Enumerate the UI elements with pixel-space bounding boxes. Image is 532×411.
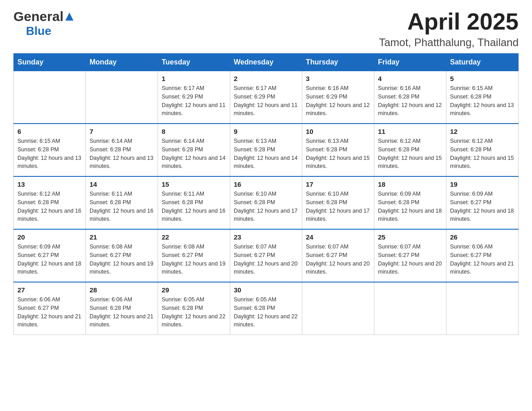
day-number: 2 bbox=[234, 75, 298, 82]
day-number: 21 bbox=[90, 233, 154, 241]
header: General Blue April 2025 Tamot, Phatthalu… bbox=[13, 9, 519, 49]
day-number: 16 bbox=[234, 180, 298, 188]
calendar-cell: 24Sunrise: 6:07 AMSunset: 6:27 PMDayligh… bbox=[302, 229, 374, 282]
day-of-week-thursday: Thursday bbox=[302, 54, 374, 71]
day-detail: Sunrise: 6:08 AMSunset: 6:27 PMDaylight:… bbox=[90, 243, 154, 276]
day-detail: Sunrise: 6:05 AMSunset: 6:28 PMDaylight:… bbox=[234, 295, 298, 329]
calendar-cell: 25Sunrise: 6:07 AMSunset: 6:27 PMDayligh… bbox=[374, 229, 446, 282]
calendar-week-4: 20Sunrise: 6:09 AMSunset: 6:27 PMDayligh… bbox=[14, 229, 519, 282]
day-detail: Sunrise: 6:09 AMSunset: 6:28 PMDaylight:… bbox=[378, 190, 442, 223]
calendar-cell: 9Sunrise: 6:13 AMSunset: 6:28 PMDaylight… bbox=[230, 124, 302, 176]
calendar-cell: 4Sunrise: 6:16 AMSunset: 6:28 PMDaylight… bbox=[374, 71, 446, 124]
day-of-week-wednesday: Wednesday bbox=[230, 54, 302, 71]
day-detail: Sunrise: 6:06 AMSunset: 6:27 PMDaylight:… bbox=[17, 295, 82, 329]
day-detail: Sunrise: 6:06 AMSunset: 6:27 PMDaylight:… bbox=[450, 243, 515, 276]
calendar-cell: 27Sunrise: 6:06 AMSunset: 6:27 PMDayligh… bbox=[14, 282, 86, 335]
calendar-body: 1Sunrise: 6:17 AMSunset: 6:29 PMDaylight… bbox=[14, 71, 519, 335]
day-of-week-tuesday: Tuesday bbox=[158, 54, 230, 71]
day-number: 12 bbox=[450, 128, 515, 135]
calendar-cell: 2Sunrise: 6:17 AMSunset: 6:29 PMDaylight… bbox=[230, 71, 302, 124]
calendar-cell: 21Sunrise: 6:08 AMSunset: 6:27 PMDayligh… bbox=[86, 229, 158, 282]
day-detail: Sunrise: 6:10 AMSunset: 6:28 PMDaylight:… bbox=[234, 190, 298, 223]
day-number: 7 bbox=[90, 128, 154, 135]
calendar-cell: 22Sunrise: 6:08 AMSunset: 6:27 PMDayligh… bbox=[158, 229, 230, 282]
day-detail: Sunrise: 6:09 AMSunset: 6:27 PMDaylight:… bbox=[450, 190, 515, 223]
day-number: 15 bbox=[162, 180, 226, 188]
day-number: 22 bbox=[162, 233, 226, 241]
logo: General Blue bbox=[13, 9, 73, 38]
day-of-week-saturday: Saturday bbox=[446, 54, 519, 71]
logo-general-text: General bbox=[13, 9, 64, 24]
day-detail: Sunrise: 6:16 AMSunset: 6:29 PMDaylight:… bbox=[306, 84, 370, 118]
day-detail: Sunrise: 6:16 AMSunset: 6:28 PMDaylight:… bbox=[378, 84, 442, 118]
day-detail: Sunrise: 6:12 AMSunset: 6:28 PMDaylight:… bbox=[450, 137, 515, 171]
calendar-cell: 23Sunrise: 6:07 AMSunset: 6:27 PMDayligh… bbox=[230, 229, 302, 282]
day-number: 8 bbox=[162, 128, 226, 135]
calendar-cell: 10Sunrise: 6:13 AMSunset: 6:28 PMDayligh… bbox=[302, 124, 374, 176]
day-number: 26 bbox=[450, 233, 515, 241]
day-number: 24 bbox=[306, 233, 370, 241]
day-of-week-friday: Friday bbox=[374, 54, 446, 71]
day-header-row: SundayMondayTuesdayWednesdayThursdayFrid… bbox=[14, 54, 519, 71]
day-of-week-monday: Monday bbox=[86, 54, 158, 71]
day-detail: Sunrise: 6:08 AMSunset: 6:27 PMDaylight:… bbox=[162, 243, 226, 276]
day-detail: Sunrise: 6:10 AMSunset: 6:28 PMDaylight:… bbox=[306, 190, 370, 223]
calendar-cell: 16Sunrise: 6:10 AMSunset: 6:28 PMDayligh… bbox=[230, 176, 302, 229]
day-detail: Sunrise: 6:17 AMSunset: 6:29 PMDaylight:… bbox=[162, 84, 226, 118]
day-number: 14 bbox=[90, 180, 154, 188]
day-detail: Sunrise: 6:14 AMSunset: 6:28 PMDaylight:… bbox=[90, 137, 154, 171]
logo-triangle-icon bbox=[65, 13, 73, 22]
day-detail: Sunrise: 6:11 AMSunset: 6:28 PMDaylight:… bbox=[162, 190, 226, 223]
calendar-week-1: 1Sunrise: 6:17 AMSunset: 6:29 PMDaylight… bbox=[14, 71, 519, 124]
calendar-cell: 19Sunrise: 6:09 AMSunset: 6:27 PMDayligh… bbox=[446, 176, 519, 229]
day-number: 4 bbox=[378, 75, 442, 82]
calendar-cell: 20Sunrise: 6:09 AMSunset: 6:27 PMDayligh… bbox=[14, 229, 86, 282]
calendar-cell bbox=[86, 71, 158, 124]
calendar-cell: 6Sunrise: 6:15 AMSunset: 6:28 PMDaylight… bbox=[14, 124, 86, 176]
day-detail: Sunrise: 6:07 AMSunset: 6:27 PMDaylight:… bbox=[306, 243, 370, 276]
calendar-cell bbox=[302, 282, 374, 335]
day-number: 19 bbox=[450, 180, 515, 188]
day-detail: Sunrise: 6:17 AMSunset: 6:29 PMDaylight:… bbox=[234, 84, 298, 118]
day-detail: Sunrise: 6:12 AMSunset: 6:28 PMDaylight:… bbox=[17, 190, 82, 223]
day-detail: Sunrise: 6:13 AMSunset: 6:28 PMDaylight:… bbox=[306, 137, 370, 171]
day-detail: Sunrise: 6:11 AMSunset: 6:28 PMDaylight:… bbox=[90, 190, 154, 223]
day-detail: Sunrise: 6:12 AMSunset: 6:28 PMDaylight:… bbox=[378, 137, 442, 171]
title-block: April 2025 Tamot, Phatthalung, Thailand bbox=[379, 9, 519, 49]
day-detail: Sunrise: 6:06 AMSunset: 6:28 PMDaylight:… bbox=[90, 295, 154, 329]
calendar-cell: 7Sunrise: 6:14 AMSunset: 6:28 PMDaylight… bbox=[86, 124, 158, 176]
day-detail: Sunrise: 6:13 AMSunset: 6:28 PMDaylight:… bbox=[234, 137, 298, 171]
svg-marker-0 bbox=[65, 13, 73, 21]
calendar-week-5: 27Sunrise: 6:06 AMSunset: 6:27 PMDayligh… bbox=[14, 282, 519, 335]
day-number: 17 bbox=[306, 180, 370, 188]
day-detail: Sunrise: 6:14 AMSunset: 6:28 PMDaylight:… bbox=[162, 137, 226, 171]
day-number: 30 bbox=[234, 286, 298, 294]
calendar-cell: 14Sunrise: 6:11 AMSunset: 6:28 PMDayligh… bbox=[86, 176, 158, 229]
calendar-cell bbox=[14, 71, 86, 124]
calendar-header: SundayMondayTuesdayWednesdayThursdayFrid… bbox=[14, 54, 519, 71]
calendar-cell bbox=[446, 282, 519, 335]
day-of-week-sunday: Sunday bbox=[14, 54, 86, 71]
day-detail: Sunrise: 6:05 AMSunset: 6:28 PMDaylight:… bbox=[162, 295, 226, 329]
day-number: 18 bbox=[378, 180, 442, 188]
calendar-cell: 5Sunrise: 6:15 AMSunset: 6:28 PMDaylight… bbox=[446, 71, 519, 124]
day-detail: Sunrise: 6:07 AMSunset: 6:27 PMDaylight:… bbox=[378, 243, 442, 276]
calendar-cell: 12Sunrise: 6:12 AMSunset: 6:28 PMDayligh… bbox=[446, 124, 519, 176]
calendar-week-2: 6Sunrise: 6:15 AMSunset: 6:28 PMDaylight… bbox=[14, 124, 519, 176]
day-detail: Sunrise: 6:07 AMSunset: 6:27 PMDaylight:… bbox=[234, 243, 298, 276]
calendar-cell: 29Sunrise: 6:05 AMSunset: 6:28 PMDayligh… bbox=[158, 282, 230, 335]
day-number: 29 bbox=[162, 286, 226, 294]
day-number: 1 bbox=[162, 75, 226, 82]
day-number: 9 bbox=[234, 128, 298, 135]
logo-blue-text: Blue bbox=[26, 24, 51, 38]
calendar-cell: 11Sunrise: 6:12 AMSunset: 6:28 PMDayligh… bbox=[374, 124, 446, 176]
calendar-cell bbox=[374, 282, 446, 335]
day-number: 10 bbox=[306, 128, 370, 135]
calendar-title: April 2025 bbox=[379, 9, 519, 34]
day-detail: Sunrise: 6:09 AMSunset: 6:27 PMDaylight:… bbox=[17, 243, 82, 276]
calendar-cell: 17Sunrise: 6:10 AMSunset: 6:28 PMDayligh… bbox=[302, 176, 374, 229]
calendar-cell: 3Sunrise: 6:16 AMSunset: 6:29 PMDaylight… bbox=[302, 71, 374, 124]
day-number: 6 bbox=[17, 128, 82, 135]
calendar-cell: 15Sunrise: 6:11 AMSunset: 6:28 PMDayligh… bbox=[158, 176, 230, 229]
day-number: 27 bbox=[17, 286, 82, 294]
